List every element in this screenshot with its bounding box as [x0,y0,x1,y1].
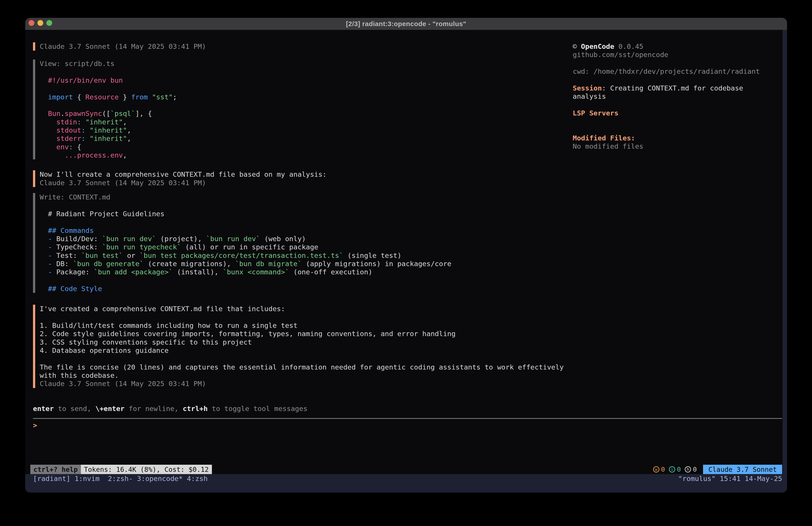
text-line: stdin: "inherit", [40,118,572,126]
text-line: cwd: /home/thdxr/dev/projects/radiant/ra… [573,67,783,75]
info-icon: i [669,466,675,472]
assistant-summary-message: I've created a comprehensive CONTEXT.md … [33,305,572,388]
text-line [573,100,783,109]
close-button[interactable] [29,20,34,26]
scrollbar-track[interactable] [783,30,787,493]
window-titlebar[interactable]: [2/3] radiant:3:opencode - "romulus" [25,18,787,30]
status-right: w 0 i 0 h 0 Claude 3.7 Sonnet [653,465,782,474]
traffic-lights [29,20,52,26]
text-line: Claude 3.7 Sonnet (14 May 2025 03:41 PM) [40,42,572,51]
hint-count: h 0 [685,466,697,473]
text-line [40,84,572,93]
text-line [40,355,572,363]
text-line: The file is concise (20 lines) and captu… [40,363,572,371]
tokens-cost-badge: Tokens: 16.4K (8%), Cost: $0.12 [81,465,212,474]
text-line: 2. Code style guidelines covering import… [40,330,572,338]
hint-icon: h [685,466,691,472]
warning-icon: w [653,466,659,472]
text-line: stdout: "inherit", [40,126,572,134]
text-line [40,218,572,226]
text-line [40,101,572,110]
text-line: - DB: `bun db generate` (create migratio… [40,260,572,268]
text-line: - Test: `bun test` or `bun test packages… [40,252,572,260]
help-shortcut-badge: ctrl+? help [30,465,81,474]
info-count: i 0 [669,466,681,473]
session-sidebar: © OpenCode 0.0.45github.com/sst/opencode… [573,42,783,151]
text-line: 4. Database operations guidance [40,346,572,355]
text-line: Now I'll create a comprehensive CONTEXT.… [40,170,572,179]
text-line [40,313,572,322]
text-line [573,59,783,67]
text-line: ...process.env, [40,151,572,159]
text-line: 3. CSS styling conventions specific to t… [40,338,572,346]
assistant-message: Now I'll create a comprehensive CONTEXT.… [33,170,572,187]
tool-write-block: Write: CONTEXT.md # Radiant Project Guid… [33,193,572,293]
text-line: - TypeCheck: `bun run typecheck` (all) o… [40,243,572,251]
text-line: - Package: `bun add <package>` (install)… [40,268,572,276]
text-line [40,201,572,210]
input-separator [33,418,782,419]
text-line: # Radiant Project Guidelines [40,210,572,218]
text-line: #!/usr/bin/env bun [40,76,572,84]
text-line: stderr: "inherit", [40,134,572,143]
text-line: ## Code Style [40,285,572,293]
diagnostics-group: w 0 i 0 h 0 [653,465,697,474]
text-line [40,276,572,285]
tmux-status-bar: [radiant] 1:nvim 2:zsh- 3:opencode* 4:zs… [25,474,787,493]
terminal-window: [2/3] radiant:3:opencode - "romulus" Cla… [25,18,787,493]
text-line: - Build/Dev: `bun run dev` (project), `b… [40,235,572,243]
text-line: github.com/sst/opencode [573,51,783,59]
text-line [573,117,783,126]
text-line: Claude 3.7 Sonnet (14 May 2025 03:41 PM) [40,179,572,187]
zoom-button[interactable] [46,20,52,26]
text-line: env: { [40,143,572,151]
text-line: with this codebase. [40,371,572,380]
tmux-window-list[interactable]: [radiant] 1:nvim 2:zsh- 3:opencode* 4:zs… [33,474,208,483]
tmux-session-clock: "romulus" 15:41 14-May-25 [678,474,782,483]
window-title: [2/3] radiant:3:opencode - "romulus" [346,20,466,28]
text-line: Claude 3.7 Sonnet (14 May 2025 03:41 PM) [40,380,572,388]
tool-view-block: View: script/db.ts #!/usr/bin/env bun im… [33,59,572,159]
chat-transcript: Claude 3.7 Sonnet (14 May 2025 03:41 PM)… [33,42,572,429]
text-line: View: script/db.ts [40,59,572,68]
text-line: I've created a comprehensive CONTEXT.md … [40,305,572,313]
text-line: import { Resource } from "sst"; [40,93,572,101]
text-line: Bun.spawnSync([`psql`], { [40,110,572,118]
warning-count: w 0 [653,466,665,473]
model-badge[interactable]: Claude 3.7 Sonnet [703,465,782,474]
assistant-message-header: Claude 3.7 Sonnet (14 May 2025 03:41 PM) [33,42,572,51]
message-input[interactable]: > [33,421,572,429]
keybinding-hints: enter to send, \+enter for newline, ctrl… [33,404,572,413]
text-line: 1. Build/lint/test commands including ho… [40,322,572,330]
text-line: Session: Creating CONTEXT.md for codebas… [573,84,783,92]
text-line [573,126,783,134]
text-line: © OpenCode 0.0.45 [573,42,783,51]
text-line [40,68,572,76]
text-line: analysis [573,92,783,100]
text-line: ## Commands [40,226,572,235]
text-line: Write: CONTEXT.md [40,193,572,201]
text-line: LSP Servers [573,109,783,117]
status-bar: ctrl+? help Tokens: 16.4K (8%), Cost: $0… [25,465,787,474]
terminal-content: Claude 3.7 Sonnet (14 May 2025 03:41 PM)… [25,30,787,493]
text-line: Modified Files: [573,134,783,142]
prompt-icon: > [33,421,37,429]
text-line: No modified files [573,142,783,151]
text-line [573,75,783,84]
minimize-button[interactable] [38,20,43,26]
